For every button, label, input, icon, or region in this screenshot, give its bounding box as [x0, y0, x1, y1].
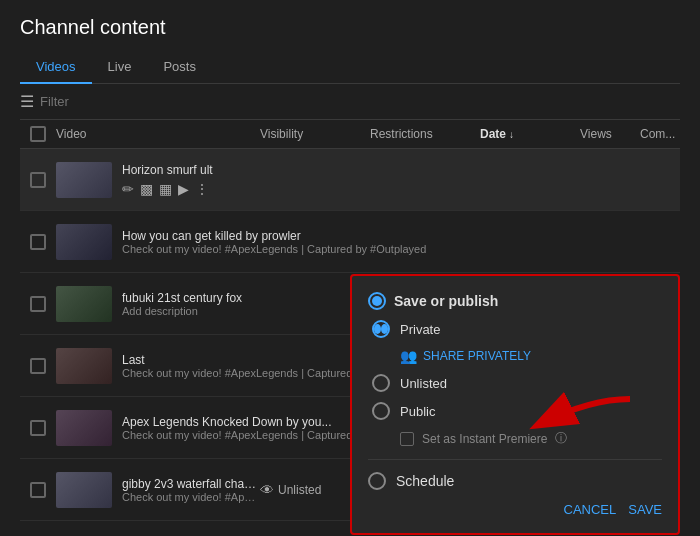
save-or-publish-popup: Save or publish Private 👥 SHARE PRIVATEL… — [350, 274, 680, 535]
sort-arrow-icon: ↓ — [509, 129, 514, 140]
video-thumbnail — [56, 224, 112, 260]
private-label: Private — [400, 322, 440, 337]
play-icon[interactable]: ▶ — [178, 181, 189, 197]
video-desc: Check out my video! #ApexLegends | Captu… — [122, 243, 680, 255]
tab-live[interactable]: Live — [92, 51, 148, 84]
instant-premiere-row: Set as Instant Premiere ⓘ — [372, 430, 662, 447]
tab-bar: Videos Live Posts — [20, 51, 680, 84]
video-title: gibby 2v3 waterfall champ — [122, 477, 260, 491]
edit-icon[interactable]: ✏ — [122, 181, 134, 197]
video-info: How you can get killed by prowler Check … — [122, 229, 680, 255]
page-title: Channel content — [20, 16, 680, 39]
table-row: Horizon smurf ult ✏ ▩ ▦ ▶ ⋮ — [20, 149, 680, 211]
row-checkbox[interactable] — [30, 172, 46, 188]
video-desc: Check out my video! #ApexLegends | Captu… — [122, 491, 260, 503]
video-title: How you can get killed by prowler — [122, 229, 680, 243]
visibility-label: Unlisted — [278, 483, 321, 497]
filter-icon[interactable]: ☰ — [20, 92, 34, 111]
save-publish-radio[interactable] — [368, 292, 386, 310]
help-icon[interactable]: ⓘ — [555, 430, 567, 447]
public-radio[interactable] — [372, 402, 390, 420]
private-option[interactable]: Private — [372, 320, 662, 338]
eye-icon: 👁 — [260, 482, 274, 498]
save-button[interactable]: SAVE — [628, 502, 662, 517]
private-radio[interactable] — [372, 320, 390, 338]
video-actions: ✏ ▩ ▦ ▶ ⋮ — [122, 181, 680, 197]
unlisted-label: Unlisted — [400, 376, 447, 391]
select-all-checkbox[interactable] — [30, 126, 46, 142]
col-header-views: Views — [580, 127, 640, 141]
filter-input[interactable] — [40, 94, 208, 109]
schedule-radio[interactable] — [368, 472, 386, 490]
col-header-restrictions: Restrictions — [370, 127, 480, 141]
table-header: Video Visibility Restrictions Date ↓ Vie… — [20, 119, 680, 149]
unlisted-radio[interactable] — [372, 374, 390, 392]
row-checkbox[interactable] — [30, 296, 46, 312]
visibility-options: Private 👥 SHARE PRIVATELY Unlisted Publi… — [368, 320, 662, 447]
col-header-visibility: Visibility — [260, 127, 370, 141]
row-checkbox[interactable] — [30, 358, 46, 374]
schedule-row[interactable]: Schedule — [368, 472, 662, 490]
video-title: Horizon smurf ult — [122, 163, 680, 177]
tab-posts[interactable]: Posts — [147, 51, 212, 84]
share-icon: 👥 — [400, 348, 417, 364]
tab-videos[interactable]: Videos — [20, 51, 92, 84]
instant-premiere-checkbox[interactable] — [400, 432, 414, 446]
video-info: gibby 2v3 waterfall champ Check out my v… — [122, 477, 260, 503]
col-header-video: Video — [56, 127, 260, 141]
subtitles-icon[interactable]: ▦ — [159, 181, 172, 197]
col-header-date[interactable]: Date ↓ — [480, 127, 580, 141]
table-row: How you can get killed by prowler Check … — [20, 211, 680, 273]
share-privately-label: SHARE PRIVATELY — [423, 349, 531, 363]
cancel-button[interactable]: CANCEL — [564, 502, 617, 517]
col-header-comments: Com... — [640, 127, 680, 141]
share-privately-button[interactable]: 👥 SHARE PRIVATELY — [372, 348, 662, 364]
instant-premiere-label: Set as Instant Premiere — [422, 432, 547, 446]
schedule-label: Schedule — [396, 473, 454, 489]
analytics-icon[interactable]: ▩ — [140, 181, 153, 197]
row-checkbox[interactable] — [30, 420, 46, 436]
main-content: Video Visibility Restrictions Date ↓ Vie… — [20, 119, 680, 536]
video-info: Horizon smurf ult ✏ ▩ ▦ ▶ ⋮ — [122, 163, 680, 197]
unlisted-option[interactable]: Unlisted — [372, 374, 662, 392]
popup-divider — [368, 459, 662, 460]
toolbar: ☰ — [20, 84, 680, 119]
popup-title: Save or publish — [368, 292, 662, 310]
video-thumbnail — [56, 348, 112, 384]
video-thumbnail — [56, 162, 112, 198]
row-checkbox[interactable] — [30, 234, 46, 250]
video-thumbnail — [56, 286, 112, 322]
video-thumbnail — [56, 472, 112, 508]
more-icon[interactable]: ⋮ — [195, 181, 209, 197]
video-thumbnail — [56, 410, 112, 446]
public-option[interactable]: Public — [372, 402, 662, 420]
popup-footer: CANCEL SAVE — [368, 502, 662, 517]
row-checkbox[interactable] — [30, 482, 46, 498]
public-label: Public — [400, 404, 435, 419]
